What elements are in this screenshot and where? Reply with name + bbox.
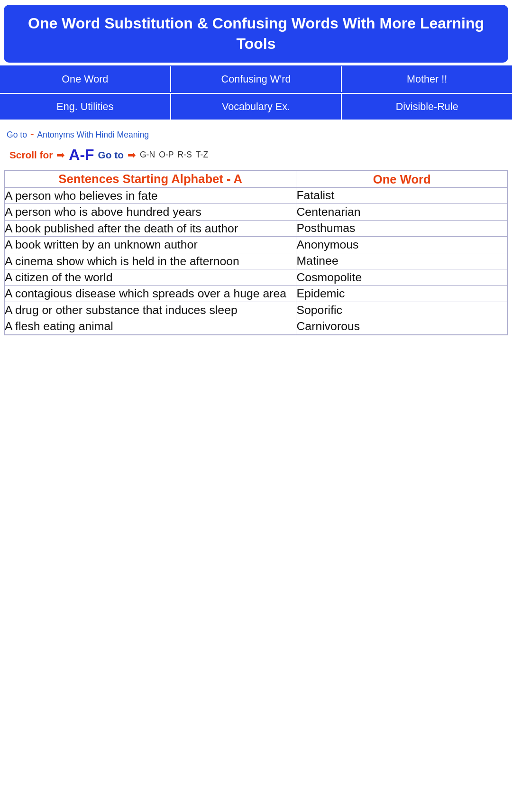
scroll-bar: Scroll for ➡ A-F Go to ➡ G-N O-P R-S T-Z: [0, 142, 512, 168]
word-cell: Anonymous: [296, 237, 508, 253]
table-row: A book published after the death of its …: [4, 220, 508, 236]
word-cell: Fatalist: [296, 187, 508, 203]
word-cell: Carnivorous: [296, 318, 508, 335]
nav-btn-one-word[interactable]: One Word: [0, 66, 171, 92]
sentence-cell: A contagious disease which spreads over …: [4, 286, 296, 302]
word-cell: Soporific: [296, 302, 508, 318]
sentence-cell: A drug or other substance that induces s…: [4, 302, 296, 318]
nav-btn-vocabulary[interactable]: Vocabulary Ex.: [171, 93, 342, 120]
table-row: A drug or other substance that induces s…: [4, 302, 508, 318]
nav-link-op[interactable]: O-P: [159, 150, 174, 160]
scroll-label: Scroll for: [9, 149, 53, 161]
col-header-word: One Word: [296, 171, 508, 187]
sentence-cell: A citizen of the world: [4, 269, 296, 285]
table-row: A person who is above hundred yearsCente…: [4, 204, 508, 220]
sentence-cell: A cinema show which is held in the after…: [4, 253, 296, 269]
goto-prefix: Go to - Antonyms With Hindi Meaning: [7, 127, 149, 140]
af-label: A-F: [69, 146, 94, 164]
nav-btn-mother[interactable]: Mother !!: [342, 66, 512, 92]
header-title: One Word Substitution & Confusing Words …: [13, 13, 499, 54]
table-row: A flesh eating animalCarnivorous: [4, 318, 508, 335]
word-cell: Matinee: [296, 253, 508, 269]
scroll-arrow2: ➡: [128, 149, 136, 161]
nav-row-1: One Word Confusing W'rd Mother !!: [0, 65, 512, 92]
word-table: Sentences Starting Alphabet - A One Word…: [4, 170, 508, 335]
nav-btn-confusing[interactable]: Confusing W'rd: [171, 66, 342, 92]
scroll-arrow: ➡: [56, 149, 65, 161]
nav-link-rs[interactable]: R-S: [177, 150, 192, 160]
word-cell: Epidemic: [296, 286, 508, 302]
sentence-cell: A person who believes in fate: [4, 187, 296, 203]
word-cell: Cosmopolite: [296, 269, 508, 285]
table-row: A contagious disease which spreads over …: [4, 286, 508, 302]
table-row: A person who believes in fateFatalist: [4, 187, 508, 203]
nav-link-gn[interactable]: G-N: [140, 150, 155, 160]
word-cell: Centenarian: [296, 204, 508, 220]
table-row: A cinema show which is held in the after…: [4, 253, 508, 269]
goto-section: Go to - Antonyms With Hindi Meaning: [0, 120, 512, 142]
nav-btn-utilities[interactable]: Eng. Utilities: [0, 93, 171, 120]
table-header-row: Sentences Starting Alphabet - A One Word: [4, 171, 508, 187]
goto-link[interactable]: Antonyms With Hindi Meaning: [37, 130, 149, 139]
sentence-cell: A person who is above hundred years: [4, 204, 296, 220]
nav-link-tz[interactable]: T-Z: [196, 150, 208, 160]
nav-btn-divisible[interactable]: Divisible-Rule: [342, 93, 512, 120]
sentence-cell: A book published after the death of its …: [4, 220, 296, 236]
nav-row-2: Eng. Utilities Vocabulary Ex. Divisible-…: [0, 92, 512, 120]
table-row: A citizen of the worldCosmopolite: [4, 269, 508, 285]
sentence-cell: A flesh eating animal: [4, 318, 296, 335]
header-banner: One Word Substitution & Confusing Words …: [4, 5, 508, 63]
table-row: A book written by an unknown authorAnony…: [4, 237, 508, 253]
sentence-cell: A book written by an unknown author: [4, 237, 296, 253]
col-header-sentence: Sentences Starting Alphabet - A: [4, 171, 296, 187]
word-cell: Posthumas: [296, 220, 508, 236]
goto-label2: Go to: [98, 149, 124, 161]
